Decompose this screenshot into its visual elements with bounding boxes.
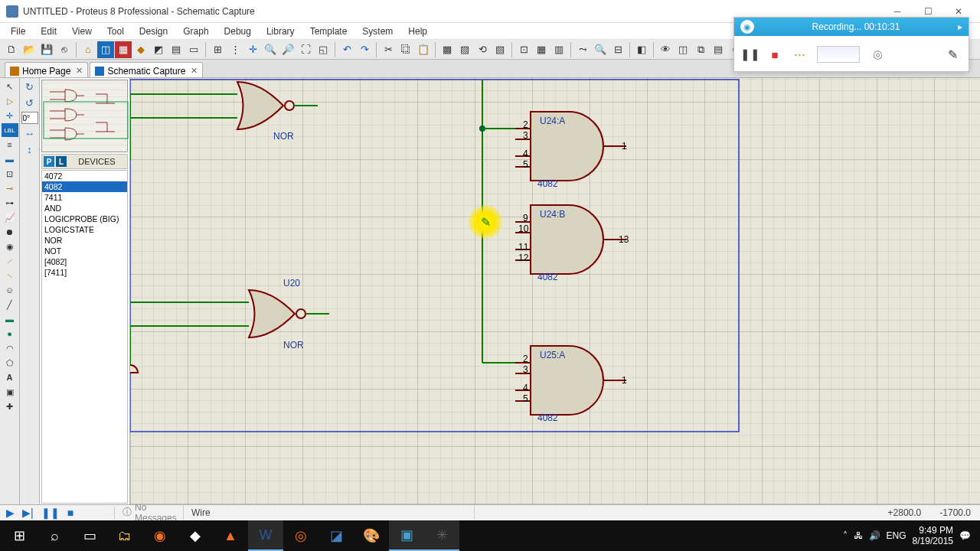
stop-icon[interactable]: ■ [67, 507, 74, 519]
three-d-icon[interactable]: ◆ [132, 41, 149, 58]
graph-icon[interactable]: 📈 [2, 210, 18, 224]
recorder-draw-icon[interactable]: ✎ [946, 46, 959, 63]
list-item[interactable]: NOT [42, 246, 127, 256]
menu-view[interactable]: View [64, 24, 100, 38]
list-item[interactable]: [7411] [42, 267, 127, 278]
rotation-input[interactable] [21, 112, 38, 124]
zoom-area-icon[interactable]: ◱ [315, 41, 332, 58]
l-button[interactable]: L [56, 156, 67, 167]
tray-chevron-icon[interactable]: ˄ [843, 530, 848, 541]
recorder-min-icon[interactable]: ▸ [958, 21, 962, 32]
path-2d-icon[interactable]: ⬠ [2, 356, 18, 370]
firefox-icon[interactable]: ◉ [142, 520, 178, 551]
tab-home[interactable]: Home Page ✕ [5, 62, 88, 77]
block-move-icon[interactable]: ▨ [456, 41, 473, 58]
menu-design[interactable]: Design [132, 24, 175, 38]
list-item[interactable]: NOR [42, 235, 127, 246]
zoom-fit-icon[interactable]: ⛶ [297, 41, 314, 58]
save-icon[interactable]: 💾 [38, 41, 55, 58]
menu-tool[interactable]: Tool [100, 24, 132, 38]
symbol-icon[interactable]: ▣ [2, 385, 18, 399]
line-2d-icon[interactable]: ╱ [2, 298, 18, 311]
device-pin-icon[interactable]: ⊶ [2, 196, 18, 210]
zoom-in-icon[interactable]: 🔍 [262, 41, 279, 58]
gate-u24a[interactable]: U24:A 4082 2 3 4 5 1 [515, 112, 627, 189]
bus-icon[interactable]: ▬ [2, 152, 18, 166]
text-script-icon[interactable]: ≡ [2, 138, 18, 152]
block-rotate-icon[interactable]: ⟲ [474, 41, 491, 58]
erc-icon[interactable]: ⧉ [692, 41, 709, 58]
gerber-icon[interactable]: ◩ [150, 41, 167, 58]
paint-icon[interactable]: 🎨 [354, 520, 389, 551]
list-item[interactable]: 7411 [42, 192, 127, 203]
overview-viewport[interactable] [41, 80, 128, 152]
menu-file[interactable]: File [3, 24, 33, 38]
recorder-taskbar-icon[interactable]: ▣ [389, 520, 424, 551]
list-item[interactable]: 4072 [42, 171, 127, 181]
tab-schematic[interactable]: Schematic Capture ✕ [90, 62, 203, 77]
box-2d-icon[interactable]: ▬ [2, 312, 18, 326]
paste-icon[interactable]: 📋 [415, 41, 432, 58]
property-icon[interactable]: ⊟ [609, 41, 626, 58]
list-item[interactable]: LOGICSTATE [42, 224, 127, 235]
pcb-icon[interactable]: ▦ [115, 41, 132, 58]
wire-label-icon[interactable]: LBL [2, 123, 18, 137]
center-icon[interactable]: ✛ [244, 41, 261, 58]
cut-icon[interactable]: ✂ [380, 41, 397, 58]
schematic-canvas[interactable]: NOR U20 NOR [130, 78, 980, 504]
play-icon[interactable]: ▶ [6, 507, 15, 519]
gate-u24b[interactable]: U24:B 4082 9 10 11 12 13 [515, 205, 629, 282]
menu-library[interactable]: Library [259, 24, 302, 38]
copy-icon[interactable]: ⿻ [397, 41, 414, 58]
design-explorer-icon[interactable]: ◧ [633, 41, 650, 58]
recorder-pause-icon[interactable]: ❚❚ [743, 46, 757, 63]
rotate-ccw-icon[interactable]: ↺ [22, 96, 38, 109]
devices-list[interactable]: 4072 4082 7411 AND LOGICPROBE (BIG) LOGI… [41, 170, 128, 504]
screen-recorder[interactable]: ◉ Recording... 00:10:31 ▸ ❚❚ ■ ⋯ ◎ ✎ [733, 17, 969, 72]
browser-icon[interactable]: ◎ [283, 520, 318, 551]
current-probe-icon[interactable]: ⟍ [2, 269, 18, 282]
junction-icon[interactable]: ✛ [2, 109, 18, 122]
tray-clock[interactable]: 9:49 PM 8/19/2015 [913, 525, 953, 547]
redo-icon[interactable]: ↷ [356, 41, 373, 58]
list-item[interactable]: 4082 [42, 181, 127, 192]
circle-2d-icon[interactable]: ● [2, 327, 18, 341]
generator-icon[interactable]: ◉ [2, 240, 18, 253]
wire-autoroute-icon[interactable]: ⤳ [574, 41, 591, 58]
tape-icon[interactable]: ⏺ [2, 225, 18, 239]
recorder-delete-icon[interactable]: ⋯ [792, 46, 806, 63]
menu-template[interactable]: Template [302, 24, 355, 38]
grid-icon[interactable]: ⊞ [209, 41, 226, 58]
arc-2d-icon[interactable]: ◠ [2, 341, 18, 355]
file-explorer-icon[interactable]: 🗂 [107, 520, 142, 551]
tray-notifications-icon[interactable]: 💬 [959, 530, 971, 541]
gate-u25a[interactable]: U25:A 4082 2 3 4 5 1 [515, 346, 627, 423]
app2-icon[interactable]: ✳ [424, 520, 459, 551]
netlist-icon[interactable]: ◫ [675, 41, 691, 58]
binoculars-icon[interactable]: 👁 [657, 41, 674, 58]
search-icon[interactable]: ⌕ [37, 520, 72, 551]
component-icon[interactable]: ▷ [2, 94, 18, 108]
search-icon[interactable]: 🔍 [592, 41, 609, 58]
home-icon[interactable]: ⌂ [80, 41, 96, 58]
pick-icon[interactable]: ⊡ [515, 41, 532, 58]
tray-lang[interactable]: ENG [887, 530, 906, 541]
list-item[interactable]: LOGICPROBE (BIG) [42, 214, 127, 224]
code-icon[interactable]: ▭ [185, 41, 202, 58]
text-2d-icon[interactable]: A [2, 370, 18, 384]
schematic-icon[interactable]: ◫ [97, 41, 114, 58]
tab-close-icon[interactable]: ✕ [76, 66, 83, 76]
instrument-icon[interactable]: ☺ [2, 283, 18, 297]
proteus-icon[interactable]: ◆ [178, 520, 213, 551]
p-button[interactable]: P [44, 156, 54, 167]
open-icon[interactable]: 📂 [21, 41, 38, 58]
new-icon[interactable]: 🗋 [3, 41, 20, 58]
messages-segment[interactable]: ⓘ No Messages [115, 505, 184, 520]
selection-icon[interactable]: ↖ [2, 80, 18, 93]
subcircuit-icon[interactable]: ⊡ [2, 167, 18, 181]
recorder-webcam-icon[interactable]: ◎ [871, 46, 884, 63]
menu-help[interactable]: Help [400, 24, 435, 38]
list-item[interactable]: [4082] [42, 256, 127, 267]
flip-v-icon[interactable]: ↕ [22, 142, 38, 156]
list-item[interactable]: AND [42, 203, 127, 214]
